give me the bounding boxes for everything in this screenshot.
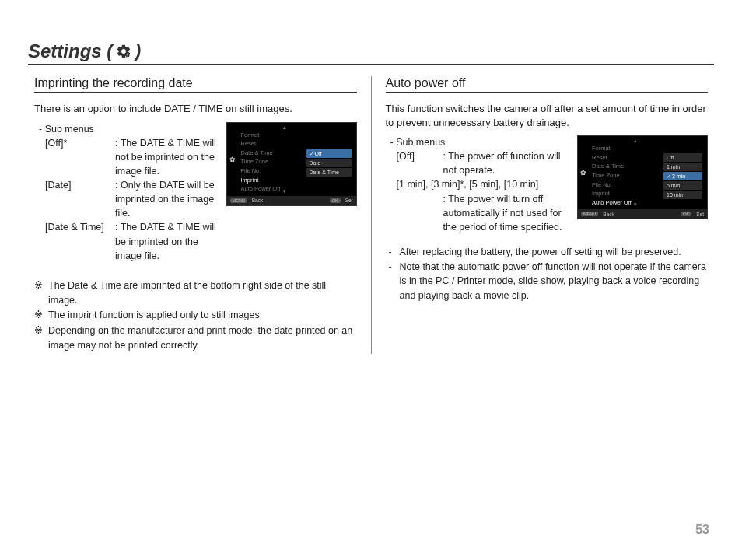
page-title-prefix: Settings (	[28, 40, 113, 62]
autopower-heading: Auto power off	[386, 76, 709, 93]
set-label: Set	[345, 198, 353, 203]
dash-symbol: -	[389, 245, 400, 260]
submenu-item: [Date] : Only the DATE will be imprinted…	[34, 178, 219, 220]
autopower-intro: This function switches the camera off af…	[386, 102, 709, 129]
page-title-suffix: )	[135, 40, 141, 62]
settings-gear-icon: ✿	[580, 169, 586, 177]
lcd-menu-item: Reset	[592, 153, 632, 163]
submenu-key: [Off]	[397, 149, 443, 177]
submenu-item: [Off]* : The DATE & TIME will not be imp…	[34, 136, 219, 178]
lcd-menu-item: Reset	[241, 139, 281, 149]
note-symbol: ※	[34, 308, 48, 323]
lcd-menu-item: File No.	[592, 180, 632, 190]
left-column: Imprinting the recording date There is a…	[28, 76, 372, 354]
lcd-bottom-bar: MENU Back OK Set	[578, 209, 707, 219]
dash-note-text: Note that the automatic power off functi…	[400, 260, 709, 303]
chevron-up-icon: ▴	[634, 138, 637, 144]
lcd-bottom-bar: MENU Back OK Set	[227, 196, 356, 205]
lcd-option: Date & Time	[306, 168, 352, 177]
dash-note-text: After replacing the battery, the power o…	[400, 245, 709, 260]
camera-lcd-autopower: ▴ ✿ Format Reset Date & Time Time Zone F…	[577, 135, 708, 219]
settings-gear-icon: ✿	[229, 156, 236, 163]
lcd-menu-list: Format Reset Date & Time Time Zone File …	[592, 144, 632, 207]
lcd-option: 5 min	[663, 181, 702, 190]
menu-button-label: MENU	[230, 198, 247, 203]
lcd-menu-item: Date & Time	[592, 162, 632, 171]
lcd-option-list: Off 1 min 3 min 5 min 10 min	[663, 153, 702, 200]
lcd-option-list: Off Date Date & Time	[306, 149, 352, 177]
submenu-val: : The power off function will not operat…	[443, 149, 570, 177]
lcd-option-selected: 3 min	[663, 172, 702, 180]
ok-button-label: OK	[681, 212, 691, 216]
right-column: Auto power off This function switches th…	[372, 76, 715, 354]
lcd-menu-list: Format Reset Date & Time Time Zone File …	[241, 131, 281, 194]
ok-button-label: OK	[330, 198, 341, 203]
submenu-item: : The power will turn off automatically …	[386, 192, 570, 234]
lcd-menu-item: Time Zone	[241, 157, 281, 166]
back-label: Back	[252, 198, 263, 203]
dash-symbol: -	[389, 260, 400, 303]
submenu-key: [Date & Time]	[45, 220, 115, 262]
lcd-menu-item: Time Zone	[592, 171, 632, 180]
lcd-option: Off	[663, 153, 702, 162]
chevron-down-icon: ▾	[283, 188, 286, 194]
submenu-item: [Off] : The power off function will not …	[386, 149, 570, 177]
submenu-item: [Date & Time] : The DATE & TIME will be …	[34, 220, 219, 262]
lcd-menu-item-selected: Auto Power Off	[592, 198, 632, 208]
note-symbol: ※	[34, 324, 48, 353]
lcd-menu-item: Auto Power Off	[241, 184, 281, 194]
lcd-menu-item-selected: Imprint	[241, 176, 281, 185]
submenus-label: - Sub menus	[39, 122, 219, 136]
lcd-option: Date	[306, 159, 352, 167]
submenu-val: : Only the DATE will be imprinted on the…	[115, 178, 219, 220]
menu-button-label: MENU	[581, 212, 598, 216]
submenu-val: : The power will turn off automatically …	[443, 192, 570, 234]
page-title-row: Settings ( ? )	[28, 40, 714, 65]
imprint-notes: ※ The Date & Time are imprinted at the b…	[34, 278, 357, 353]
submenu-val: : The DATE & TIME will not be imprinted …	[115, 136, 219, 178]
submenu-spacer	[397, 192, 443, 234]
submenus-label: - Sub menus	[390, 135, 570, 149]
settings-gear-icon: ?	[116, 44, 131, 60]
submenu-key: [Date]	[45, 178, 115, 220]
imprint-heading: Imprinting the recording date	[34, 76, 357, 93]
lcd-option-selected: Off	[306, 149, 352, 158]
lcd-option: 10 min	[663, 191, 702, 199]
lcd-menu-item: Date & Time	[241, 149, 281, 158]
chevron-up-icon: ▴	[283, 124, 286, 131]
submenu-key: [Off]*	[45, 136, 115, 178]
note-text: The imprint function is applied only to …	[48, 308, 357, 323]
note-text: Depending on the manufacturer and print …	[48, 324, 357, 353]
chevron-down-icon: ▾	[634, 201, 637, 208]
note-text: The Date & Time are imprinted at the bot…	[48, 278, 357, 308]
imprint-intro: There is an option to include DATE / TIM…	[34, 102, 357, 116]
submenu-val: : The DATE & TIME will be imprinted on t…	[115, 220, 219, 262]
autopower-notes: - After replacing the battery, the power…	[386, 245, 709, 303]
page-number: 53	[695, 523, 709, 537]
submenu-key: [1 min], [3 min]*, [5 min], [10 min]	[397, 177, 570, 191]
camera-lcd-imprint: ▴ ✿ Format Reset Date & Time Time Zone F…	[226, 122, 357, 206]
lcd-menu-item: File No.	[241, 166, 281, 176]
back-label: Back	[603, 212, 614, 217]
lcd-menu-item: Format	[592, 144, 632, 153]
set-label: Set	[696, 212, 704, 217]
lcd-option: 1 min	[663, 163, 702, 171]
note-symbol: ※	[34, 278, 48, 308]
lcd-menu-item: Format	[241, 131, 281, 140]
lcd-menu-item: Imprint	[592, 189, 632, 198]
